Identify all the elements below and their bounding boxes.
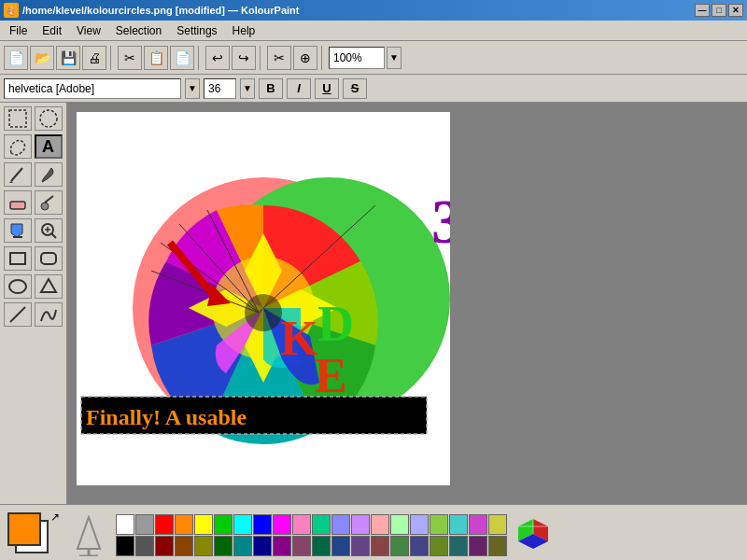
color-swatch[interactable] (253, 514, 272, 535)
pencil-tool[interactable] (4, 162, 32, 187)
italic-button[interactable]: I (287, 78, 311, 99)
color-swatch[interactable] (488, 536, 507, 556)
maximize-button[interactable]: □ (712, 4, 726, 17)
print-button[interactable]: 🖨 (82, 46, 106, 70)
zoom-reset-button[interactable]: ⊕ (293, 46, 317, 70)
color-swatch[interactable] (410, 536, 429, 556)
color-swatch[interactable] (233, 514, 252, 535)
color-swatch[interactable] (292, 536, 311, 556)
ellipse-select-tool[interactable] (35, 106, 63, 131)
new-button[interactable]: 📄 (4, 46, 28, 70)
menu-edit[interactable]: Edit (35, 22, 69, 39)
fill-tool[interactable] (4, 218, 32, 243)
canvas-area[interactable]: K D E 3 Finally! A usable (67, 103, 747, 504)
svg-text:Finally! A usable: Finally! A usable (86, 405, 247, 429)
swap-colors-icon[interactable]: ↗ (50, 511, 60, 524)
color-swatch[interactable] (449, 536, 468, 556)
color-swatch[interactable] (214, 536, 233, 556)
ellipse-tool[interactable] (4, 274, 32, 299)
canvas[interactable]: K D E 3 Finally! A usable (77, 112, 450, 485)
color-swatch[interactable] (312, 536, 331, 556)
color-swatch[interactable] (351, 536, 370, 556)
color-swatch[interactable] (155, 536, 174, 556)
svg-marker-35 (78, 517, 100, 549)
lasso-tool[interactable] (4, 134, 32, 159)
toolbar: 📄 📂 💾 🖨 ✂ 📋 📄 ↩ ↪ ✂ ⊕ 100% ▼ (0, 41, 747, 75)
redo-button[interactable]: ↪ (232, 46, 256, 70)
color-swatch[interactable] (292, 514, 311, 535)
text-tool[interactable]: A (35, 134, 63, 159)
polygon-tool[interactable] (35, 274, 63, 299)
color-swatch[interactable] (331, 514, 350, 535)
paste-button[interactable]: 📄 (170, 46, 194, 70)
color-swatch[interactable] (273, 536, 291, 556)
title-bar-controls[interactable]: — □ ✕ (695, 4, 743, 17)
color-swatch[interactable] (116, 514, 134, 535)
color-swatch[interactable] (390, 514, 409, 535)
color-swatch[interactable] (135, 514, 154, 535)
menu-file[interactable]: File (2, 22, 35, 39)
close-button[interactable]: ✕ (728, 4, 743, 17)
title-bar-left: 🎨 /home/klevel/kolourcircles.png [modifi… (4, 3, 299, 18)
brush-tool[interactable] (35, 162, 63, 187)
color-swatch[interactable] (449, 514, 468, 535)
zoom-tool[interactable] (35, 218, 63, 243)
color-swatch[interactable] (351, 514, 370, 535)
color-swatch[interactable] (430, 536, 448, 556)
color-swatch[interactable] (390, 536, 409, 556)
svg-rect-4 (10, 202, 25, 209)
color-swatch[interactable] (194, 514, 213, 535)
color-swatch[interactable] (253, 536, 272, 556)
menu-selection[interactable]: Selection (108, 22, 169, 39)
menu-view[interactable]: View (69, 22, 108, 39)
toolbar-separator-4 (321, 46, 325, 70)
minimize-button[interactable]: — (695, 4, 710, 17)
font-size-dropdown-button[interactable]: ▼ (240, 78, 255, 99)
open-button[interactable]: 📂 (30, 46, 54, 70)
color-swatch[interactable] (469, 536, 487, 556)
eyedropper-tool[interactable] (35, 190, 63, 215)
color-swatch[interactable] (175, 536, 193, 556)
color-swatch[interactable] (469, 514, 487, 535)
color-swatch[interactable] (116, 536, 134, 556)
foreground-color-swatch[interactable] (7, 512, 41, 546)
menu-settings[interactable]: Settings (169, 22, 224, 39)
zoom-out-button[interactable]: ✂ (267, 46, 291, 70)
svg-line-2 (11, 168, 22, 181)
color-swatch[interactable] (410, 514, 429, 535)
color-swatch[interactable] (233, 536, 252, 556)
current-colors: ↗ (6, 511, 62, 561)
copy-button[interactable]: 📋 (144, 46, 168, 70)
svg-point-1 (40, 110, 57, 127)
cut-button[interactable]: ✂ (118, 46, 142, 70)
menu-help[interactable]: Help (225, 22, 263, 39)
color-swatch[interactable] (155, 514, 174, 535)
svg-text:K: K (280, 312, 318, 365)
rect-select-tool[interactable] (4, 106, 32, 131)
strikethrough-button[interactable]: S (343, 78, 367, 99)
undo-button[interactable]: ↩ (205, 46, 230, 70)
rounded-rect-tool[interactable] (35, 246, 63, 271)
color-swatch[interactable] (371, 514, 389, 535)
color-swatch[interactable] (371, 536, 389, 556)
rect-tool[interactable] (4, 246, 32, 271)
font-name-dropdown-button[interactable]: ▼ (185, 78, 200, 99)
svg-rect-0 (9, 110, 26, 127)
color-swatch[interactable] (488, 514, 507, 535)
save-button[interactable]: 💾 (56, 46, 80, 70)
color-swatch[interactable] (194, 536, 213, 556)
underline-button[interactable]: U (315, 78, 339, 99)
color-swatch[interactable] (331, 536, 350, 556)
color-swatch[interactable] (214, 514, 233, 535)
eraser-tool[interactable] (4, 190, 32, 215)
bold-button[interactable]: B (259, 78, 283, 99)
color-swatch[interactable] (312, 514, 331, 535)
svg-text:D: D (317, 296, 354, 352)
line-tool[interactable] (4, 302, 32, 327)
color-swatch[interactable] (175, 514, 193, 535)
color-swatch[interactable] (273, 514, 291, 535)
zoom-dropdown-button[interactable]: ▼ (387, 47, 402, 69)
color-swatch[interactable] (135, 536, 154, 556)
curve-tool[interactable] (35, 302, 63, 327)
color-swatch[interactable] (430, 514, 448, 535)
